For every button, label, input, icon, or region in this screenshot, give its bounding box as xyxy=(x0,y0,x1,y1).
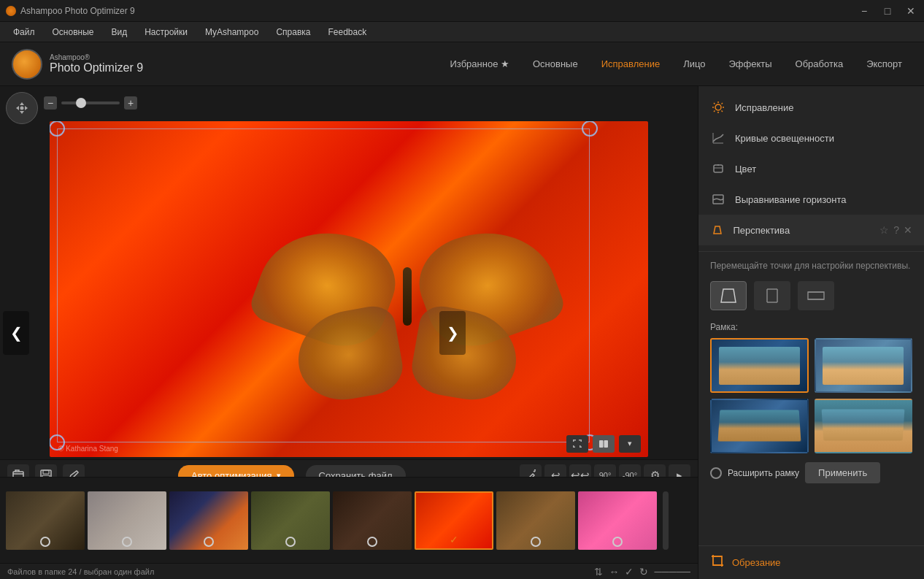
next-photo-button[interactable]: ❯ xyxy=(439,311,466,355)
zoom-slider[interactable] xyxy=(61,101,120,104)
window-controls[interactable]: − □ ✕ xyxy=(857,5,918,17)
frame-option-3[interactable] xyxy=(710,399,809,453)
menu-feedback[interactable]: Feedback xyxy=(320,25,374,39)
logo-area: Ashampoo® Photo Optimizer 9 xyxy=(12,49,172,80)
menu-view[interactable]: Вид xyxy=(104,25,134,39)
svg-point-23 xyxy=(717,164,719,166)
minimize-button[interactable]: − xyxy=(857,5,871,17)
filmstrip-thumb-4[interactable] xyxy=(251,491,330,550)
panel-item-color[interactable]: Цвет xyxy=(698,153,924,184)
thumb-indicator-2 xyxy=(122,537,132,547)
maximize-button[interactable]: □ xyxy=(880,5,895,17)
color-icon xyxy=(710,161,726,177)
panel-item-correction[interactable]: Исправление xyxy=(698,92,924,123)
thumb-indicator-3 xyxy=(204,537,214,547)
fullscreen-button[interactable] xyxy=(566,435,588,453)
tab-face[interactable]: Лицо xyxy=(673,54,715,74)
frame-option-2[interactable] xyxy=(815,338,913,393)
menu-file[interactable]: Файл xyxy=(6,25,42,39)
star-action-icon[interactable]: ☆ xyxy=(879,224,889,236)
sun-icon xyxy=(710,99,726,115)
tab-favorites[interactable]: Избранное ★ xyxy=(440,54,520,74)
panel-color-label: Цвет xyxy=(735,164,756,175)
sort-icon[interactable]: ⇅ xyxy=(594,566,603,578)
menu-settings[interactable]: Настройки xyxy=(137,25,195,39)
thumb-indicator-7 xyxy=(531,537,541,547)
filmstrip-thumb-6[interactable]: ✓ xyxy=(415,491,493,550)
zoom-handle[interactable] xyxy=(76,98,86,108)
svg-line-18 xyxy=(714,111,715,112)
panel-item-perspective[interactable]: Перспектива ☆ ? ✕ xyxy=(698,215,924,245)
perspective-modes xyxy=(710,281,912,310)
status-right-controls: ⇅ ↔ ✓ ↻ ───── xyxy=(594,566,690,578)
svg-point-4 xyxy=(20,107,24,110)
tab-correction[interactable]: Исправление xyxy=(591,54,670,74)
perspective-icon xyxy=(710,222,725,238)
canvas-wrapper: © Katharina Stang ▾ xyxy=(0,86,698,491)
header: Ashampoo® Photo Optimizer 9 Избранное ★ … xyxy=(0,42,924,86)
tab-export[interactable]: Экспорт xyxy=(856,54,912,74)
close-action-icon[interactable]: ✕ xyxy=(904,224,912,236)
brand-name: Ashampoo® xyxy=(50,53,143,61)
thumb-indicator-5 xyxy=(367,537,377,547)
panel-item-curves[interactable]: Кривые освещенности xyxy=(698,123,924,153)
filmstrip-thumb-5[interactable] xyxy=(333,491,412,550)
tab-basic[interactable]: Основные xyxy=(523,54,588,74)
menubar: Файл Основные Вид Настройки MyAshampoo С… xyxy=(0,22,924,42)
status-text: Файлов в папке 24 / выбран один файл xyxy=(7,567,154,576)
titlebar-left: Ashampoo Photo Optimizer 9 xyxy=(6,6,135,16)
filmstrip-thumb-1[interactable] xyxy=(6,491,85,550)
right-panel: Исправление Кривые освещенности xyxy=(698,86,924,579)
filmstrip-thumb-8[interactable] xyxy=(578,491,657,550)
frame-option-1[interactable] xyxy=(710,338,809,393)
filmstrip-thumb-3[interactable] xyxy=(169,491,248,550)
persp-mode-horizontal[interactable] xyxy=(798,281,834,310)
image-container: © Katharina Stang ▾ xyxy=(50,121,648,457)
zoom-in-button[interactable]: + xyxy=(124,96,137,110)
tab-effects[interactable]: Эффекты xyxy=(718,54,782,74)
thumb-active-check: ✓ xyxy=(450,534,458,545)
svg-rect-22 xyxy=(714,165,723,172)
control-point-tr[interactable] xyxy=(582,121,598,137)
menu-myashampoo[interactable]: MyAshampoo xyxy=(198,25,266,39)
logo-text: Ashampoo® Photo Optimizer 9 xyxy=(50,53,143,74)
help-action-icon[interactable]: ? xyxy=(893,224,899,236)
filmstrip-scrollbar[interactable] xyxy=(663,491,669,550)
app-logo xyxy=(12,49,42,80)
zoom-out-button[interactable]: − xyxy=(44,96,57,110)
main-area: − + xyxy=(0,86,924,579)
menu-basic[interactable]: Основные xyxy=(45,25,101,39)
panel-item-horizon[interactable]: Выравнивание горизонта xyxy=(698,184,924,215)
control-point-tl[interactable] xyxy=(50,121,65,137)
zoom-bar-icon[interactable]: ───── xyxy=(654,566,690,578)
expand-frame-radio[interactable] xyxy=(710,467,722,479)
persp-mode-trapezoid[interactable] xyxy=(710,281,747,310)
svg-marker-2 xyxy=(16,106,19,110)
filmstrip-thumb-7[interactable] xyxy=(496,491,575,550)
close-button[interactable]: ✕ xyxy=(904,5,918,17)
split-view-button[interactable] xyxy=(593,435,615,453)
perspective-header: Перспектива ☆ ? ✕ xyxy=(734,224,913,236)
refresh-icon[interactable]: ↻ xyxy=(639,566,648,578)
nav-tabs: Избранное ★ Основные Исправление Лицо Эф… xyxy=(440,54,913,74)
pan-control[interactable] xyxy=(6,92,38,124)
copyright-text: © Katharina Stang xyxy=(58,445,118,453)
tab-processing[interactable]: Обработка xyxy=(785,54,854,74)
panel-menu: Исправление Кривые освещенности xyxy=(698,86,924,252)
persp-mode-vertical[interactable] xyxy=(754,281,790,310)
frame-option-4[interactable] xyxy=(815,399,913,453)
prev-photo-button[interactable]: ❮ xyxy=(3,311,29,355)
apply-button[interactable]: Применить xyxy=(805,462,880,483)
app-icon xyxy=(6,6,16,16)
view-controls: ▾ xyxy=(566,435,641,453)
butterfly-overlay xyxy=(261,180,553,399)
menu-help[interactable]: Справка xyxy=(269,25,317,39)
crop-tool-section[interactable]: Обрезание xyxy=(698,545,924,579)
check-icon[interactable]: ✓ xyxy=(625,566,634,578)
crop-icon xyxy=(710,553,725,572)
expand-frame-option: Расширить рамку Применить xyxy=(710,462,912,483)
svg-line-19 xyxy=(722,103,723,104)
move-icon[interactable]: ↔ xyxy=(609,566,619,578)
more-view-options[interactable]: ▾ xyxy=(619,435,641,453)
filmstrip-thumb-2[interactable] xyxy=(88,491,166,550)
